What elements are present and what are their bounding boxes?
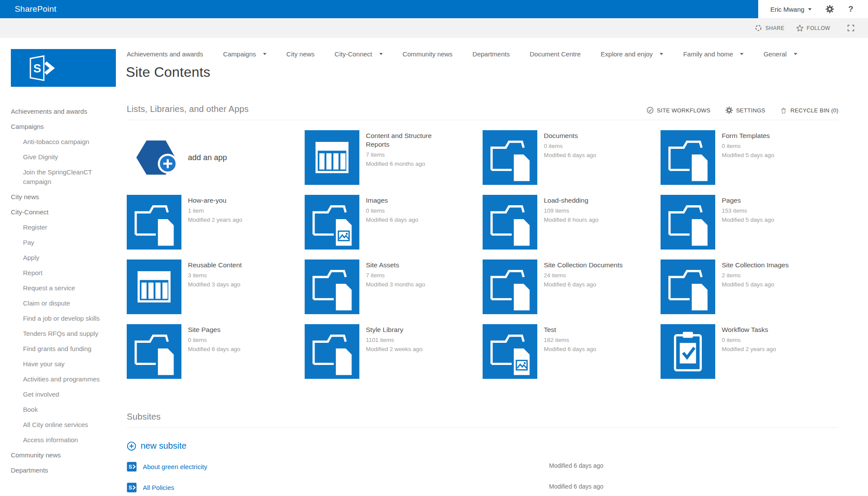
sidebar-item-community-news[interactable]: Community news	[11, 450, 120, 460]
top-nav-label: City news	[286, 50, 315, 58]
app-tile-title: Style Library	[366, 325, 423, 334]
top-nav-label: Explore and enjoy	[601, 50, 653, 58]
app-tile-modified: Modified 2 years ago	[722, 345, 776, 354]
app-tile-text: Test 182 items Modified 6 days ago	[537, 324, 596, 379]
sidebar-item-join-the-springcleanct-campaign[interactable]: Join the SpringCleanCT campaign	[11, 168, 120, 187]
app-tile-pages[interactable]: Pages 153 items Modified 5 days ago	[661, 195, 838, 250]
sidebar-item-find-a-job-or-develop-skills[interactable]: Find a job or develop skills	[11, 314, 120, 323]
gear-icon	[725, 106, 733, 114]
subsite-link[interactable]: About green electricity	[143, 463, 207, 470]
add-an-app-tile[interactable]: add an app	[127, 130, 305, 185]
sidebar-item-city-news[interactable]: City news	[11, 192, 120, 202]
settings-gear-icon[interactable]	[825, 5, 834, 13]
share-button[interactable]: SHARE	[755, 24, 784, 32]
subsite-link[interactable]: All Policies	[143, 484, 174, 491]
focus-on-content-button[interactable]	[847, 24, 855, 32]
user-name: Eric Mwang	[770, 6, 804, 13]
app-tile-form-templates[interactable]: Form Templates 0 items Modified 5 days a…	[661, 130, 838, 185]
sidebar-item-request-a-service[interactable]: Request a service	[11, 283, 120, 293]
app-tile-item-count: 7 items	[366, 271, 425, 280]
sidebar-item-anti-tobacco-campaign[interactable]: Anti-tobacco campaign	[11, 137, 120, 147]
app-tile-modified: Modified 6 days ago	[188, 345, 240, 354]
app-tile-test[interactable]: Test 182 items Modified 6 days ago	[483, 324, 661, 379]
app-tile-title: Site Collection Images	[722, 261, 789, 269]
plus-circle-icon	[127, 441, 136, 451]
subsite-sharepoint-icon: S	[127, 462, 137, 472]
top-nav-label: City-Connect	[335, 50, 372, 58]
sidebar-item-find-grants-and-funding[interactable]: Find grants and funding	[11, 344, 120, 354]
sidebar-item-access-information[interactable]: Access information	[11, 435, 120, 445]
settings-button[interactable]: SETTINGS	[725, 106, 765, 114]
help-icon[interactable]: ?	[848, 4, 853, 14]
top-nav-item[interactable]: Explore and enjoy	[601, 50, 663, 58]
app-tile-site-collection-images[interactable]: Site Collection Images 2 items Modified …	[661, 259, 838, 314]
share-icon	[755, 24, 762, 32]
sidebar-item-achievements-and-awards[interactable]: Achievements and awards	[11, 107, 120, 116]
app-tile-load-shedding[interactable]: Load-shedding 109 items Modified 8 hours…	[483, 195, 661, 250]
app-tile-how-are-you[interactable]: How-are-you 1 item Modified 2 years ago	[127, 195, 305, 250]
app-tile-site-pages[interactable]: Site Pages 0 items Modified 6 days ago	[127, 324, 305, 379]
sidebar-item-give-dignity[interactable]: Give Dignity	[11, 152, 120, 162]
sidebar-item-tenders-rfqs-and-supply[interactable]: Tenders RFQs and supply	[11, 329, 120, 338]
app-tile-title: Documents	[544, 131, 596, 140]
top-nav-item[interactable]: City news	[286, 50, 315, 58]
top-nav-label: Campaigns	[223, 50, 256, 58]
sidebar-item-book[interactable]: Book	[11, 405, 120, 414]
sidebar-item-activities-and-programmes[interactable]: Activities and programmes	[11, 374, 120, 384]
sidebar-item-claim-or-dispute[interactable]: Claim or dispute	[11, 299, 120, 308]
app-tile-text: Site Pages 0 items Modified 6 days ago	[181, 324, 240, 379]
follow-button[interactable]: FOLLOW	[796, 24, 830, 32]
app-tile-icon	[127, 259, 181, 314]
app-tile-modified: Modified 3 months ago	[366, 280, 425, 289]
app-tile-title: Content and Structure Reports	[366, 131, 450, 149]
app-tile-reusable-content[interactable]: Reusable Content 3 items Modified 3 days…	[127, 259, 305, 314]
sidebar-item-register[interactable]: Register	[11, 223, 120, 232]
app-tile-documents[interactable]: Documents 0 items Modified 6 days ago	[483, 130, 661, 185]
app-tile-style-library[interactable]: Style Library 1101 items Modified 2 week…	[305, 324, 483, 379]
sidebar-item-have-your-say[interactable]: Have your say	[11, 359, 120, 369]
chevron-down-icon	[379, 53, 383, 55]
app-tile-item-count: 0 items	[722, 335, 776, 345]
top-nav-item[interactable]: Community news	[403, 50, 453, 58]
recycle-bin-button[interactable]: RECYCLE BIN (0)	[780, 107, 838, 114]
app-tile-modified: Modified 6 months ago	[366, 159, 450, 168]
sidebar-item-get-involved[interactable]: Get involved	[11, 390, 120, 399]
sidebar-item-campaigns[interactable]: Campaigns	[11, 122, 120, 131]
top-nav-item[interactable]: Achievements and awards	[127, 50, 203, 58]
top-nav-item[interactable]: General	[763, 50, 797, 58]
app-tile-site-collection-documents[interactable]: Site Collection Documents 24 items Modif…	[483, 259, 661, 314]
app-tile-images[interactable]: Images 0 items Modified 6 days ago	[305, 195, 483, 250]
app-tile-icon	[305, 259, 359, 314]
user-menu[interactable]: Eric Mwang	[770, 6, 812, 13]
sidebar-item-city-connect[interactable]: City-Connect	[11, 207, 120, 217]
sidebar-item-apply[interactable]: Apply	[11, 253, 120, 263]
new-subsite-button[interactable]: new subsite	[127, 441, 187, 451]
sharepoint-logo[interactable]: S	[11, 49, 116, 87]
apps-tiles-grid: add an app Content and Structure Reports…	[127, 130, 838, 379]
subsites-section-header: Subsites	[127, 412, 838, 428]
share-label: SHARE	[765, 25, 784, 31]
app-tile-modified: Modified 6 days ago	[544, 345, 596, 354]
top-nav-item[interactable]: Document Centre	[529, 50, 581, 58]
app-tile-site-assets[interactable]: Site Assets 7 items Modified 3 months ag…	[305, 259, 483, 314]
sidebar-item-report[interactable]: Report	[11, 268, 120, 278]
app-tile-text: Style Library 1101 items Modified 2 week…	[359, 324, 423, 379]
app-tile-content-and-structure-reports[interactable]: Content and Structure Reports 7 items Mo…	[305, 130, 483, 185]
sidebar-item-all-city-online-services[interactable]: All City online services	[11, 420, 120, 430]
app-tile-workflow-tasks[interactable]: Workflow Tasks 0 items Modified 2 years …	[661, 324, 838, 379]
app-tile-modified: Modified 6 days ago	[366, 215, 418, 224]
sidebar-item-departments[interactable]: Departments	[11, 466, 120, 475]
site-workflows-button[interactable]: SITE WORKFLOWS	[646, 106, 710, 114]
app-tile-text: Reusable Content 3 items Modified 3 days…	[181, 259, 242, 314]
subsites-section-title: Subsites	[127, 412, 161, 422]
top-nav-label: Achievements and awards	[127, 50, 203, 58]
sidebar-item-pay[interactable]: Pay	[11, 238, 120, 247]
top-nav-item[interactable]: Family and home	[683, 50, 743, 58]
main-content: Lists, Libraries, and other Apps SITE WO…	[127, 104, 838, 493]
app-tile-item-count: 182 items	[544, 335, 596, 345]
top-nav-item[interactable]: Departments	[473, 50, 510, 58]
ribbon-bar: SHARE FOLLOW	[0, 18, 868, 38]
top-nav-item[interactable]: City-Connect	[335, 50, 383, 58]
sharepoint-brand[interactable]: SharePoint	[15, 0, 56, 18]
top-nav-item[interactable]: Campaigns	[223, 50, 266, 58]
